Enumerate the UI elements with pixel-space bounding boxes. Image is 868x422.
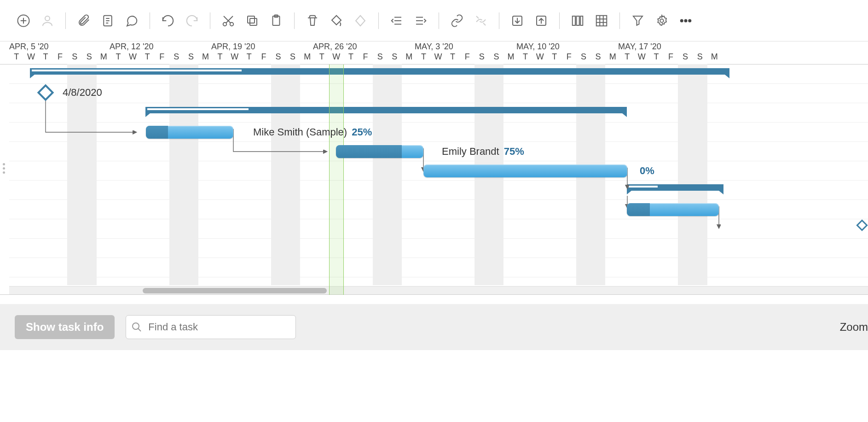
zoom-label: Zoom [840,321,868,334]
footer-bar: Show task info Zoom [0,304,868,350]
svg-point-39 [689,19,691,22]
horizontal-scrollbar[interactable] [9,286,868,294]
day-header: S [67,52,82,64]
task-assignee: Mike Smith (Sample) [253,126,347,138]
day-header: S [591,52,606,64]
day-header: M [402,52,417,64]
unlink-icon[interactable] [471,11,491,30]
search-wrap [126,315,296,339]
day-header: T [620,52,635,64]
group-bar[interactable] [30,68,729,75]
day-header: T [649,52,664,64]
find-task-input[interactable] [126,315,296,339]
day-header: T [213,52,227,64]
task-label: Mike Smith (Sample)25% [253,126,372,138]
notes-icon[interactable] [98,11,117,30]
day-header: T [417,52,431,64]
week-header: APR, 5 '20 [9,42,48,52]
cut-icon[interactable] [219,11,238,30]
day-header: M [503,52,518,64]
day-header: S [184,52,198,64]
day-header: T [9,52,24,64]
day-header: S [169,52,184,64]
day-header: S [489,52,504,64]
gantt-row [9,219,868,239]
day-header: F [562,52,577,64]
day-header: F [256,52,271,64]
svg-line-41 [138,328,141,331]
undo-icon[interactable] [158,11,178,30]
redo-icon[interactable] [182,11,202,30]
gantt-body: 4/8/2020Mike Smith (Sample)25%Emily Bran… [0,64,868,295]
paste-icon[interactable] [266,11,286,30]
export-icon[interactable] [532,11,551,30]
task-bar[interactable] [627,203,719,216]
today-marker [329,64,344,295]
svg-line-22 [476,16,479,18]
search-icon [131,322,142,333]
more-icon[interactable] [676,11,695,30]
svg-rect-29 [577,16,579,25]
person-icon[interactable] [38,11,57,30]
scrollbar-thumb[interactable] [143,288,327,293]
gantt-row [9,258,868,277]
columns-icon[interactable] [568,11,587,30]
task-bar[interactable] [423,164,627,177]
copy-icon[interactable] [243,11,262,30]
gantt-row [9,123,868,142]
day-header: T [518,52,533,64]
comment-icon[interactable] [122,11,141,30]
panel-resize-handle[interactable] [3,161,5,176]
day-header: W [532,52,547,64]
week-header: APR, 26 '20 [313,42,357,52]
filter-icon[interactable] [628,11,648,30]
day-header: S [387,52,402,64]
day-header: M [300,52,315,64]
indent-icon[interactable] [411,11,430,30]
day-header: W [227,52,242,64]
day-header: W [329,52,344,64]
svg-point-37 [681,19,683,22]
day-header: S [285,52,300,64]
week-header: MAY, 17 '20 [618,42,661,52]
add-icon[interactable] [14,11,33,30]
day-header: T [38,52,53,64]
week-header: APR, 19 '20 [211,42,255,52]
settings-icon[interactable] [652,11,671,30]
day-header: T [314,52,329,64]
day-header: S [576,52,591,64]
day-header: F [53,52,68,64]
task-bar[interactable] [336,145,423,158]
day-header: M [605,52,620,64]
svg-rect-12 [250,18,257,25]
group-bar[interactable] [145,107,627,113]
day-header: S [373,52,388,64]
svg-point-40 [133,323,139,329]
delete-icon[interactable] [303,11,322,30]
outdent-icon[interactable] [387,11,406,30]
gantt-row [9,84,868,103]
week-header: MAY, 10 '20 [516,42,560,52]
svg-rect-28 [573,16,575,25]
import-icon[interactable] [508,11,527,30]
toolbar [0,0,868,41]
task-percent: 25% [352,126,372,138]
paint-icon[interactable] [327,11,346,30]
task-label: 0% [635,165,654,177]
day-header: T [140,52,155,64]
task-assignee: Emily Brandt [442,146,499,157]
day-header: M [198,52,213,64]
grid-icon[interactable] [592,11,611,30]
diamond-icon[interactable] [351,11,370,30]
task-label: Emily Brandt75% [442,146,524,158]
link-icon[interactable] [447,11,467,30]
day-header: M [707,52,722,64]
group-bar[interactable] [627,184,723,191]
day-header: W [635,52,649,64]
show-task-info-button[interactable]: Show task info [15,315,115,339]
task-bar[interactable] [146,126,233,139]
day-header: S [475,52,489,64]
day-header: T [547,52,562,64]
attachment-icon[interactable] [74,11,93,30]
svg-rect-13 [248,16,255,23]
